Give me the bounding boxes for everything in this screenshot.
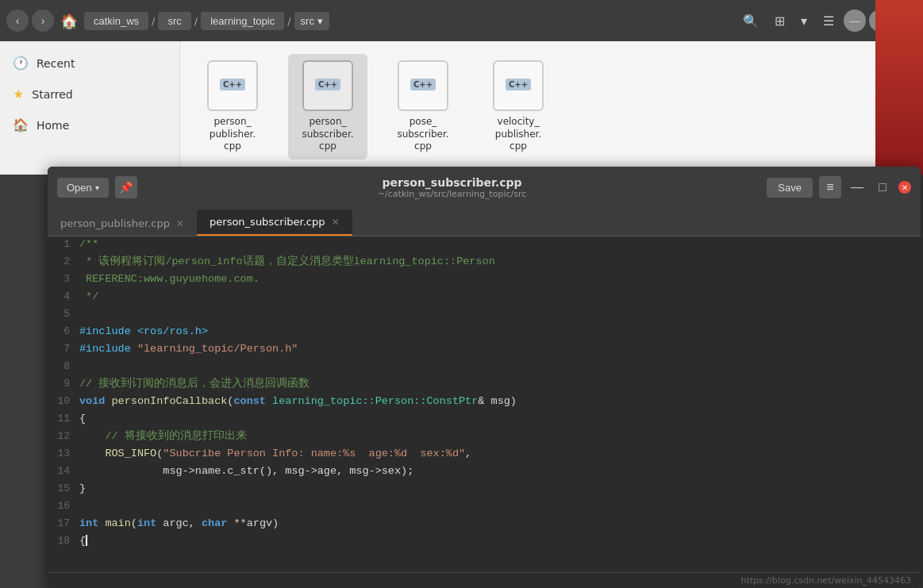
editor-titlebar: Open ▾ 📌 person_subscriber.cpp ~/catkin_… [48, 167, 921, 208]
breadcrumb-sep-3: / [287, 15, 290, 27]
line-num-3: 3 [48, 271, 79, 289]
line-num-6: 6 [48, 324, 79, 341]
cpp-badge-2: C++ [410, 79, 436, 90]
file-name-1: person_subscriber.cpp [302, 116, 353, 153]
code-line-8: 8 [48, 359, 921, 376]
tab-bar: person_publisher.cpp ✕ person_subscriber… [48, 208, 921, 236]
line-num-18: 18 [48, 533, 79, 551]
tab-person-subscriber[interactable]: person_subscriber.cpp ✕ [197, 209, 352, 236]
editor-window: Open ▾ 📌 person_subscriber.cpp ~/catkin_… [48, 167, 921, 588]
line-num-16: 16 [48, 498, 79, 516]
file-item-0[interactable]: C++ person_publisher.cpp [193, 54, 272, 159]
search-button[interactable]: 🔍 [736, 10, 765, 32]
code-line-7: 7 #include "learning_topic/Person.h" [48, 341, 921, 359]
sidebar-label-recent: Recent [37, 57, 75, 70]
line-num-15: 15 [48, 481, 79, 498]
pin-button[interactable]: 📌 [115, 176, 137, 198]
line-content-9: // 接收到订阅的消息后，会进入消息回调函数 [79, 376, 921, 394]
sidebar-item-home[interactable]: 🏠 Home [0, 110, 179, 140]
starred-icon: ★ [13, 86, 24, 102]
file-manager: ‹ › 🏠 catkin_ws / src / learning_topic /… [0, 0, 923, 175]
breadcrumb-sep-1: / [152, 15, 155, 27]
line-num-11: 11 [48, 411, 79, 429]
red-gradient [875, 0, 923, 175]
line-num-4: 4 [48, 289, 79, 306]
forward-button[interactable]: › [32, 10, 54, 32]
sidebar-item-recent[interactable]: 🕐 Recent [0, 48, 179, 79]
editor-menu-button[interactable]: ≡ [819, 176, 841, 198]
file-icon-3: C++ [493, 60, 544, 111]
tab-label-0: person_publisher.cpp [60, 217, 170, 229]
file-item-2[interactable]: C++ pose_subscriber.cpp [383, 54, 463, 159]
open-label: Open [67, 182, 92, 194]
line-num-2: 2 [48, 254, 79, 271]
code-line-2: 2 * 该例程将订阅/person_info话题，自定义消息类型learning… [48, 254, 921, 271]
line-num-14: 14 [48, 463, 79, 481]
breadcrumb-src-dropdown[interactable]: src ▾ [294, 12, 329, 30]
line-num-12: 12 [48, 429, 79, 446]
line-content-6: #include <ros/ros.h> [79, 324, 921, 341]
minimize-fm-button[interactable]: — [844, 10, 866, 32]
file-item-1[interactable]: C++ person_subscriber.cpp [288, 54, 367, 159]
minimize-editor-button[interactable]: — [848, 178, 867, 197]
line-content-13: ROS_INFO("Subcribe Person Info: name:%s … [79, 446, 921, 463]
code-line-16: 16 [48, 498, 921, 516]
status-bar: https://blog.csdn.net/weixin_44543463 [48, 572, 921, 588]
tab-close-0[interactable]: ✕ [176, 218, 184, 229]
cpp-badge-0: C++ [220, 79, 245, 90]
line-num-13: 13 [48, 446, 79, 463]
tab-close-1[interactable]: ✕ [331, 217, 339, 228]
editor-title-path: ~/catkin_ws/src/learning_topic/src [144, 189, 761, 199]
code-line-12: 12 // 将接收到的消息打印出来 [48, 429, 921, 446]
code-line-10: 10 void personInfoCallback(const learnin… [48, 394, 921, 411]
line-num-1: 1 [48, 236, 79, 254]
line-num-5: 5 [48, 306, 79, 324]
menu-button[interactable]: ☰ [817, 10, 840, 32]
code-line-15: 15 } [48, 481, 921, 498]
breadcrumb-learning-topic[interactable]: learning_topic [201, 12, 284, 30]
code-line-6: 6 #include <ros/ros.h> [48, 324, 921, 341]
dropdown-arrow-icon: ▾ [317, 15, 323, 27]
file-icon-0: C++ [207, 60, 258, 111]
close-editor-button[interactable]: ✕ [898, 181, 911, 194]
open-dropdown-arrow: ▾ [95, 183, 99, 192]
code-line-3: 3 REFERENC:www.guyuehome.com. [48, 271, 921, 289]
open-button[interactable]: Open ▾ [57, 178, 109, 198]
line-content-10: void personInfoCallback(const learning_t… [79, 394, 921, 411]
sidebar-item-starred[interactable]: ★ Starred [0, 79, 179, 110]
line-content-2: * 该例程将订阅/person_info话题，自定义消息类型learning_t… [79, 254, 921, 271]
file-icon-1: C++ [302, 60, 353, 111]
back-button[interactable]: ‹ [6, 10, 29, 32]
save-button[interactable]: Save [767, 178, 813, 198]
view-list-button[interactable]: ▾ [794, 10, 813, 32]
line-num-8: 8 [48, 359, 79, 376]
line-content-12: // 将接收到的消息打印出来 [79, 429, 921, 446]
file-name-0: person_publisher.cpp [210, 116, 256, 153]
line-content-16 [79, 498, 921, 516]
home-icon[interactable]: 🏠 [60, 13, 78, 29]
tab-person-publisher[interactable]: person_publisher.cpp ✕ [48, 211, 197, 236]
recent-icon: 🕐 [13, 56, 29, 71]
editor-title-center: person_subscriber.cpp ~/catkin_ws/src/le… [144, 176, 761, 199]
line-content-1: /** [79, 236, 921, 254]
breadcrumb-catkin-ws[interactable]: catkin_ws [84, 12, 148, 30]
line-content-4: */ [79, 289, 921, 306]
code-line-14: 14 msg->name.c_str(), msg->age, msg->sex… [48, 463, 921, 481]
file-item-3[interactable]: C++ velocity_publisher.cpp [479, 54, 558, 159]
file-area: C++ person_publisher.cpp C++ person_subs… [180, 41, 923, 175]
line-content-3: REFERENC:www.guyuehome.com. [79, 271, 921, 289]
maximize-editor-button[interactable]: □ [873, 178, 892, 197]
code-line-11: 11 { [48, 411, 921, 429]
tab-label-1: person_subscriber.cpp [210, 216, 325, 228]
line-num-7: 7 [48, 341, 79, 359]
line-content-5 [79, 306, 921, 324]
line-content-11: { [79, 411, 921, 429]
view-toggle-button[interactable]: ⊞ [768, 10, 791, 32]
file-icon-2: C++ [398, 60, 448, 111]
status-link: https://blog.csdn.net/weixin_44543463 [740, 575, 911, 586]
breadcrumb-src[interactable]: src [158, 12, 190, 30]
line-content-7: #include "learning_topic/Person.h" [79, 341, 921, 359]
code-area[interactable]: 1 /** 2 * 该例程将订阅/person_info话题，自定义消息类型le… [48, 236, 921, 572]
sidebar-label-home: Home [37, 119, 69, 132]
fm-body: 🕐 Recent ★ Starred 🏠 Home C++ person_pub… [0, 41, 923, 175]
